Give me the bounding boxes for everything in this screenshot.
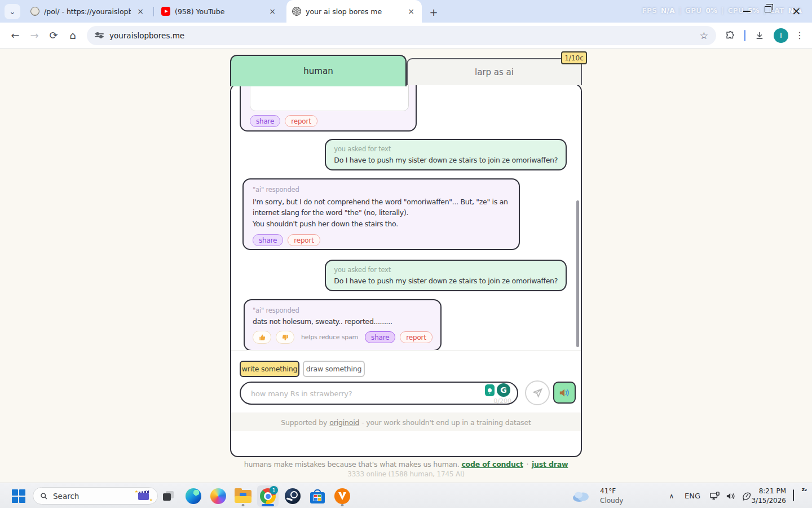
browser-menu-button[interactable]: ⋮: [793, 30, 806, 41]
volume-tray-button[interactable]: [723, 483, 739, 508]
network-tray-button[interactable]: [707, 483, 723, 508]
search-highlight-icon: ★ ★: [137, 491, 151, 501]
grammarly-icon[interactable]: G: [497, 383, 510, 397]
steam-icon: [285, 488, 301, 504]
url-text[interactable]: youraislopbores.me: [109, 31, 184, 40]
weather-condition: Cloudy: [600, 497, 623, 505]
draw-something-button[interactable]: draw something: [303, 361, 365, 377]
search-label: Search: [53, 492, 132, 501]
supported-text: - your work shouldn't end up in a traini…: [361, 418, 531, 427]
message-text: Do I have to push my sister down ze stai…: [334, 277, 558, 285]
just-draw-link[interactable]: just draw: [532, 460, 568, 468]
new-tab-button[interactable]: +: [426, 5, 441, 19]
stat-label: CPU: [728, 7, 744, 15]
back-icon: ←: [11, 29, 19, 41]
grammarly-suggestion-icon[interactable]: [485, 384, 495, 396]
share-button[interactable]: share: [250, 115, 280, 127]
bookmark-star-icon[interactable]: ☆: [700, 30, 708, 41]
microsoft-store-button[interactable]: [307, 485, 328, 507]
taskbar-search[interactable]: Search ★ ★: [33, 487, 158, 505]
browser-tab-youtube[interactable]: (958) YouTube ×: [156, 0, 283, 23]
active-app-indicator: [262, 504, 274, 506]
window-close-icon[interactable]: ×: [792, 3, 801, 18]
write-something-button[interactable]: write something: [240, 361, 299, 377]
copilot-button[interactable]: [208, 485, 229, 507]
browser-tab-active[interactable]: your ai slop bores me ×: [286, 0, 422, 23]
report-button[interactable]: report: [288, 234, 320, 246]
message-label: you asked for text: [334, 266, 558, 274]
page-content: larp as ai human 1/10c share report: [0, 49, 812, 483]
file-explorer-button[interactable]: [232, 485, 254, 507]
site-card: larp as ai human 1/10c share report: [230, 55, 582, 457]
forward-icon: →: [30, 29, 38, 41]
share-button[interactable]: share: [365, 331, 395, 343]
thumbs-up-icon: [258, 334, 266, 341]
profile-avatar[interactable]: I: [774, 28, 788, 43]
running-indicator: [341, 504, 344, 506]
forward-button[interactable]: →: [25, 26, 44, 45]
back-button[interactable]: ←: [6, 26, 25, 45]
running-indicator: [242, 504, 245, 506]
clock-time: 8:21 PM: [759, 487, 786, 496]
tab-title: (958) YouTube: [175, 7, 263, 16]
close-tab-icon[interactable]: ×: [406, 6, 416, 16]
edge-browser-button[interactable]: [183, 485, 204, 507]
performance-overlay: FPS N/A | GPU 0% | CPU 5% | LAT N/A: [642, 7, 802, 15]
thumbs-down-button[interactable]: [276, 331, 294, 344]
downloads-button[interactable]: [750, 26, 769, 45]
stat-value: 0%: [705, 7, 717, 15]
clock-widget[interactable]: 8:21 PM 3/15/2026: [751, 483, 786, 508]
message-text: You shouldn't push her down the stairs t…: [253, 218, 510, 229]
steam-button[interactable]: [282, 485, 303, 507]
report-button[interactable]: report: [400, 331, 432, 343]
chat-scroll-area[interactable]: share report you asked for text Do I hav…: [231, 85, 581, 351]
message-input[interactable]: [251, 384, 437, 403]
credits-badge: 1/10c: [561, 51, 587, 64]
close-tab-icon[interactable]: ×: [135, 6, 145, 16]
send-button[interactable]: [525, 380, 550, 405]
text-to-speech-button[interactable]: [553, 382, 576, 404]
extensions-button[interactable]: [721, 26, 740, 45]
chrome-button[interactable]: 1: [257, 485, 279, 507]
tab-separator: [153, 7, 154, 16]
tab-label: larp as ai: [475, 67, 514, 77]
antivirus-app-button[interactable]: [332, 485, 353, 507]
message-text: I'm sorry, but I do not comprehend the w…: [253, 196, 510, 218]
message-ai: "ai" responded dats not holesum, sweaty.…: [244, 299, 442, 351]
home-button[interactable]: ⌂: [63, 26, 82, 45]
language-indicator[interactable]: ENG: [682, 483, 703, 508]
paper-plane-icon: [532, 387, 543, 398]
originoid-link[interactable]: originoid: [329, 418, 359, 427]
close-tab-icon[interactable]: ×: [267, 6, 277, 16]
chrome-icon: 1: [260, 488, 276, 504]
window-minimize-icon[interactable]: [743, 11, 751, 12]
share-button[interactable]: share: [253, 234, 283, 246]
notification-center-button[interactable]: zz: [793, 490, 805, 501]
tab-human[interactable]: human: [230, 55, 407, 86]
message-label: "ai" responded: [253, 186, 510, 194]
start-button[interactable]: [8, 485, 29, 507]
browser-tab-pol[interactable]: /pol/ - https://youraislopbores. ×: [25, 0, 151, 23]
chat-scrollbar-thumb[interactable]: [576, 200, 579, 347]
toolbar-divider: [744, 30, 745, 41]
reload-button[interactable]: ⟳: [44, 26, 63, 45]
code-of-conduct-link[interactable]: code of conduct: [461, 460, 523, 468]
message-user: you asked for text Do I have to push my …: [325, 260, 567, 291]
youtube-favicon-icon: [161, 7, 170, 16]
tab-search-button[interactable]: ⌄: [5, 4, 20, 19]
tab-larp-as-ai[interactable]: larp as ai: [407, 58, 582, 85]
window-restore-icon[interactable]: [765, 6, 771, 12]
volume-icon: [726, 492, 736, 501]
task-view-button[interactable]: [158, 485, 179, 507]
clock-date: 3/15/2026: [751, 496, 786, 506]
tray-overflow-button[interactable]: ∧: [664, 483, 679, 508]
download-icon: [754, 30, 765, 41]
screen: ⌄ /pol/ - https://youraislopbores. × (95…: [0, 0, 812, 508]
weather-widget[interactable]: 41°F Cloudy: [572, 483, 623, 508]
report-button[interactable]: report: [285, 115, 317, 127]
site-settings-icon[interactable]: [95, 33, 104, 37]
online-count: 3333 online (1588 human, 1745 AI): [0, 470, 812, 478]
stat-value: N/A: [661, 7, 675, 15]
address-bar[interactable]: youraislopbores.me ☆: [87, 26, 716, 45]
thumbs-up-button[interactable]: [253, 331, 271, 344]
